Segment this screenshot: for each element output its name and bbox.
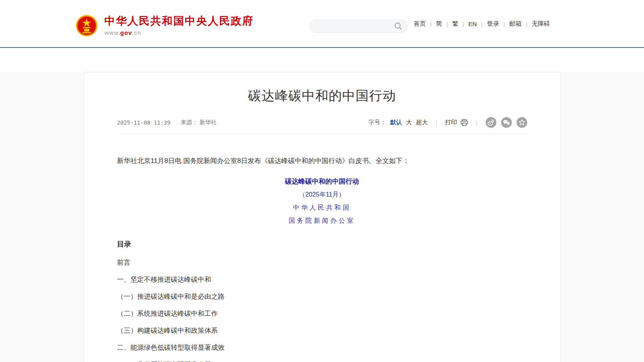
toc-item-1-1: （一）推进碳达峰碳中和是必由之路 bbox=[117, 293, 527, 300]
logo-text: 中华人民共和国中央人民政府 www.gov.cn bbox=[104, 15, 254, 36]
search-box[interactable] bbox=[310, 19, 408, 33]
search-icon[interactable] bbox=[394, 22, 403, 30]
url-main: gov bbox=[120, 29, 132, 36]
article-date: 2025-11-08 11:39 bbox=[117, 119, 171, 126]
url-suffix: .cn bbox=[132, 29, 141, 36]
document-heading-block: 碳达峰碳中和的中国行动 （2025年11月） 中华人民共和国 国务院新闻办公室 bbox=[117, 177, 527, 225]
nav-item-english[interactable]: EN bbox=[468, 21, 477, 28]
share-star-icon[interactable] bbox=[517, 117, 527, 128]
site-url: www.gov.cn bbox=[104, 29, 254, 36]
font-size-label: 字号： bbox=[369, 119, 386, 126]
font-size-large[interactable]: 大 bbox=[406, 119, 412, 126]
printer-icon bbox=[460, 119, 468, 126]
site-logo[interactable]: 中华人民共和国中央人民政府 www.gov.cn bbox=[75, 14, 254, 37]
nav-item-home[interactable]: 首页 bbox=[414, 20, 426, 28]
document-issuer-line2: 国务院新闻办公室 bbox=[117, 217, 527, 225]
font-size-xlarge[interactable]: 超大 bbox=[416, 119, 428, 126]
article-card: 碳达峰碳中和的中国行动 2025-11-08 11:39 来源： 新华社 字号：… bbox=[84, 72, 561, 362]
search-input[interactable] bbox=[316, 20, 394, 32]
top-nav: 首页 | 简 | 繁 | EN | 登录 | 邮箱 | 无障碍 bbox=[414, 0, 550, 48]
wechat-icon[interactable] bbox=[501, 117, 512, 128]
national-emblem-icon bbox=[75, 14, 98, 37]
nav-separator: | bbox=[526, 21, 527, 27]
share-icons bbox=[486, 117, 527, 128]
nav-item-accessibility[interactable]: 无障碍 bbox=[532, 20, 550, 28]
site-title: 中华人民共和国中央人民政府 bbox=[104, 15, 254, 27]
document-date-line: （2025年11月） bbox=[117, 191, 527, 199]
font-size-default[interactable]: 默认 bbox=[390, 119, 402, 126]
document-issuer-line1: 中华人民共和国 bbox=[117, 204, 527, 212]
page-body: ☆ 收藏 ✎ 留言 碳达峰碳中和的中国行动 2025-11-08 11:39 来… bbox=[0, 72, 644, 362]
meta-separator: | bbox=[436, 119, 437, 126]
meta-separator: | bbox=[476, 119, 478, 126]
toc-item-preface: 前言 bbox=[117, 259, 527, 266]
source-label: 来源： bbox=[180, 119, 198, 125]
weibo-icon[interactable] bbox=[486, 117, 496, 128]
article-meta-left: 2025-11-08 11:39 来源： 新华社 bbox=[117, 119, 217, 126]
toc-item-1-2: （二）系统推进碳达峰碳中和工作 bbox=[117, 310, 527, 317]
article-title: 碳达峰碳中和的中国行动 bbox=[117, 87, 527, 105]
nav-item-mail[interactable]: 邮箱 bbox=[509, 20, 522, 28]
nav-separator: | bbox=[446, 21, 448, 27]
nav-separator: | bbox=[481, 21, 483, 27]
article-meta-right: 字号： 默认 大 超大 | 打印 | bbox=[369, 117, 527, 128]
lead-paragraph: 新华社北京11月8日电 国务院新闻办公室8日发布《碳达峰碳中和的中国行动》白皮书… bbox=[117, 156, 527, 166]
nav-item-login[interactable]: 登录 bbox=[487, 20, 499, 28]
toc-item-1-3: （三）构建碳达峰碳中和政策体系 bbox=[117, 327, 527, 334]
nav-separator: | bbox=[463, 21, 464, 27]
nav-item-simplified[interactable]: 简 bbox=[436, 20, 442, 28]
print-label: 打印 bbox=[445, 119, 457, 126]
nav-separator: | bbox=[503, 21, 505, 27]
site-header: 中华人民共和国中央人民政府 www.gov.cn 首页 | 简 | 繁 | EN… bbox=[0, 0, 644, 48]
article-source: 来源： 新华社 bbox=[180, 119, 217, 126]
document-title: 碳达峰碳中和的中国行动 bbox=[117, 177, 527, 186]
source-value[interactable]: 新华社 bbox=[199, 119, 217, 125]
toc-item-2: 二、能源绿色低碳转型取得显著成效 bbox=[117, 344, 527, 351]
toc-heading: 目录 bbox=[117, 239, 527, 249]
toc-item-1: 一、坚定不移推进碳达峰碳中和 bbox=[117, 276, 527, 283]
url-prefix: www. bbox=[104, 29, 120, 36]
article-meta-bar: 2025-11-08 11:39 来源： 新华社 字号： 默认 大 超大 | 打… bbox=[117, 117, 527, 134]
print-button[interactable]: 打印 bbox=[445, 119, 468, 126]
nav-separator: | bbox=[430, 21, 431, 27]
nav-item-traditional[interactable]: 繁 bbox=[452, 20, 458, 28]
